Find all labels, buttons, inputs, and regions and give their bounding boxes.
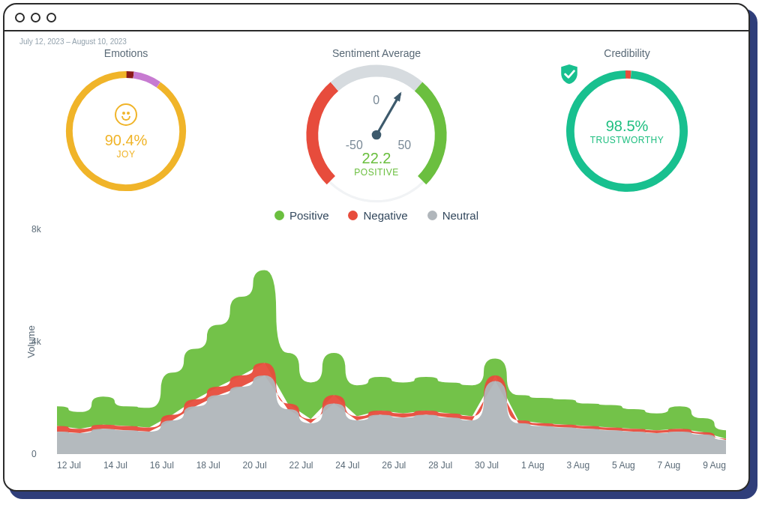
window-control-close[interactable] — [15, 13, 25, 22]
credibility-label: TRUSTWORTHY — [590, 135, 664, 145]
shield-check-icon — [560, 64, 579, 85]
sentiment-panel: Sentiment Average -50 0 50 — [302, 47, 452, 206]
x-tick: 12 Jul — [57, 460, 81, 471]
legend-neutral[interactable]: Neutral — [428, 209, 478, 222]
credibility-panel: Credibility 98.5% TRUSTWORTHY — [560, 47, 694, 199]
legend-swatch-positive — [274, 211, 284, 220]
joy-face-icon — [115, 103, 137, 126]
x-tick: 24 Jul — [335, 460, 359, 471]
legend-negative[interactable]: Negative — [348, 209, 407, 222]
legend-label-neutral: Neutral — [442, 209, 478, 222]
x-tick: 14 Jul — [104, 460, 128, 471]
emotions-label: JOY — [117, 149, 136, 160]
legend-positive[interactable]: Positive — [274, 209, 329, 222]
sentiment-title: Sentiment Average — [302, 47, 452, 59]
sentiment-volume-area-chart: Volume 8k 4k 0 12 Jul14 Jul16 Jul18 Jul2… — [57, 229, 726, 454]
legend-label-positive: Positive — [290, 209, 329, 222]
x-tick: 26 Jul — [382, 460, 406, 471]
x-tick: 5 Aug — [612, 460, 635, 471]
x-tick: 30 Jul — [475, 460, 499, 471]
emotions-panel: Emotions 90.4% JOY — [58, 47, 194, 199]
emotions-percent: 90.4% — [105, 132, 148, 149]
window-control-zoom[interactable] — [46, 13, 56, 22]
legend-swatch-negative — [348, 211, 358, 220]
emotions-donut-chart: 90.4% JOY — [58, 64, 194, 199]
sentiment-label: POSITIVE — [354, 167, 398, 178]
y-tick-8k: 8k — [32, 224, 41, 235]
svg-marker-2 — [394, 90, 405, 102]
gauge-zone-neutral — [334, 70, 418, 86]
date-range-label: July 12, 2023 – August 10, 2023 — [4, 31, 748, 46]
x-tick: 7 Aug — [658, 460, 681, 471]
legend-label-negative: Negative — [363, 209, 407, 222]
app-window: July 12, 2023 – August 10, 2023 Emotions… — [3, 3, 750, 492]
sentiment-value: 22.2 — [362, 150, 392, 167]
gauge-tick-zero: 0 — [373, 94, 380, 106]
window-control-minimize[interactable] — [31, 13, 40, 22]
area-chart-legend: Positive Negative Neutral — [4, 209, 748, 222]
emotions-title: Emotions — [58, 47, 194, 59]
x-tick: 16 Jul — [150, 460, 174, 471]
y-tick-4k: 4k — [32, 336, 41, 347]
x-tick: 18 Jul — [196, 460, 220, 471]
x-tick: 3 Aug — [566, 460, 590, 471]
x-tick: 22 Jul — [289, 460, 313, 471]
window-titlebar — [4, 4, 748, 31]
y-tick-0: 0 — [32, 449, 37, 459]
legend-swatch-neutral — [428, 211, 437, 220]
x-axis-ticks: 12 Jul14 Jul16 Jul18 Jul20 Jul22 Jul24 J… — [57, 460, 726, 471]
x-tick: 9 Aug — [703, 460, 726, 471]
sentiment-gauge-chart: -50 0 50 22.2 POSITIVE — [302, 64, 452, 206]
x-tick: 20 Jul — [243, 460, 267, 471]
x-tick: 1 Aug — [521, 460, 544, 471]
credibility-donut-chart: 98.5% TRUSTWORTHY — [560, 64, 694, 199]
credibility-percent: 98.5% — [606, 118, 649, 135]
x-tick: 28 Jul — [428, 460, 452, 471]
credibility-title: Credibility — [560, 47, 694, 59]
